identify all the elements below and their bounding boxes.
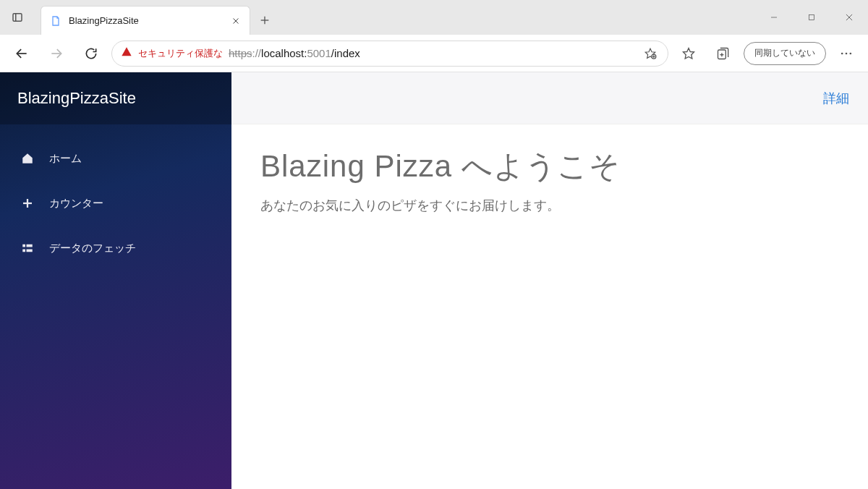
add-favorite-button[interactable] xyxy=(640,43,660,64)
svg-rect-7 xyxy=(809,15,814,20)
tab-close-button[interactable] xyxy=(228,13,244,29)
sidebar-item-counter[interactable]: カウンター xyxy=(0,181,231,226)
svg-marker-16 xyxy=(684,48,694,59)
svg-rect-25 xyxy=(22,244,25,247)
sidebar-nav: ホーム カウンター データのフェッチ xyxy=(0,124,231,271)
main-body: Blazing Pizza へようこそ あなたのお気に入りのピザをすぐにお届けし… xyxy=(231,124,868,236)
browser-toolbar: セキュリティ保護な https://localhost:5001/index 同… xyxy=(0,35,868,72)
favorites-button[interactable] xyxy=(674,39,703,68)
address-url: https://localhost:5001/index xyxy=(229,47,360,59)
svg-point-22 xyxy=(850,52,852,54)
window-minimize-button[interactable] xyxy=(755,0,793,35)
browser-titlebar: BlazingPizzaSite xyxy=(0,0,868,35)
app-sidebar: BlazingPizzaSite ホーム カウンター xyxy=(0,72,231,489)
plus-icon xyxy=(20,197,35,210)
browser-tab[interactable]: BlazingPizzaSite xyxy=(41,6,250,35)
profile-sync-label: 同期していない xyxy=(754,47,815,59)
profile-sync-button[interactable]: 同期していない xyxy=(744,42,826,65)
window-close-button[interactable] xyxy=(830,0,868,35)
tab-title: BlazingPizzaSite xyxy=(69,15,221,26)
svg-rect-28 xyxy=(27,250,33,252)
app-brand-label: BlazingPizzaSite xyxy=(17,89,136,108)
sidebar-item-label: データのフェッチ xyxy=(49,242,136,255)
content-top-bar: 詳細 xyxy=(231,72,868,124)
new-tab-button[interactable] xyxy=(250,6,279,35)
sidebar-item-home[interactable]: ホーム xyxy=(0,136,231,181)
collections-button[interactable] xyxy=(709,39,738,68)
tab-favicon-icon xyxy=(50,15,61,27)
security-warning-text: セキュリティ保護な xyxy=(138,47,223,60)
address-bar[interactable]: セキュリティ保護な https://localhost:5001/index xyxy=(111,41,668,67)
sidebar-item-fetchdata[interactable]: データのフェッチ xyxy=(0,226,231,271)
page-heading: Blazing Pizza へようこそ xyxy=(260,146,839,187)
svg-point-20 xyxy=(841,52,843,54)
sidebar-item-label: ホーム xyxy=(49,152,82,166)
nav-back-button[interactable] xyxy=(7,39,36,68)
security-warning-icon xyxy=(121,46,132,61)
nav-forward-button[interactable] xyxy=(42,39,71,68)
svg-point-21 xyxy=(846,52,848,54)
page-content: BlazingPizzaSite ホーム カウンター xyxy=(0,72,868,489)
settings-menu-button[interactable] xyxy=(832,39,861,68)
main-content: 詳細 Blazing Pizza へようこそ あなたのお気に入りのピザをすぐにお… xyxy=(231,72,868,489)
tab-actions-button[interactable] xyxy=(0,0,35,35)
window-controls xyxy=(755,0,868,35)
window-maximize-button[interactable] xyxy=(793,0,830,35)
svg-rect-27 xyxy=(22,250,25,252)
svg-rect-26 xyxy=(27,244,33,247)
app-brand[interactable]: BlazingPizzaSite xyxy=(0,72,231,124)
list-icon xyxy=(20,242,35,255)
home-icon xyxy=(20,152,35,165)
sidebar-item-label: カウンター xyxy=(49,197,103,211)
svg-rect-0 xyxy=(13,14,22,22)
page-subheading: あなたのお気に入りのピザをすぐにお届けします。 xyxy=(260,197,839,214)
details-link[interactable]: 詳細 xyxy=(823,90,849,107)
nav-refresh-button[interactable] xyxy=(77,39,106,68)
